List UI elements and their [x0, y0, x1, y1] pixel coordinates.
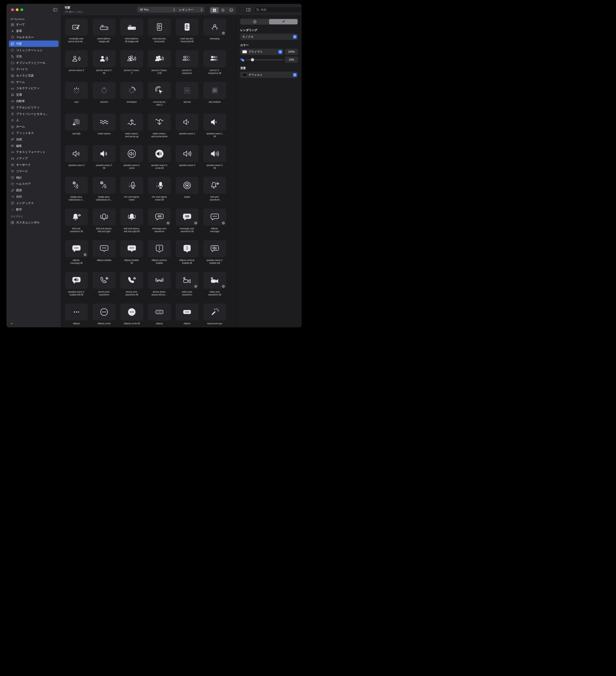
- symbol-cell[interactable]: speaker.wave.2.bubble.left.fill: [65, 272, 88, 296]
- symbol-tile[interactable]: [65, 272, 88, 289]
- symbol-tile[interactable]: [93, 240, 116, 257]
- background-select[interactable]: デフォルト: [240, 72, 298, 78]
- symbol-cell[interactable]: ellipsis.bubble.fill: [120, 240, 143, 265]
- symbol-cell[interactable]: speaker.wave.3: [176, 145, 198, 170]
- symbol-cell[interactable]: person.wave.2: [65, 50, 88, 74]
- symbol-tile[interactable]: i: [148, 209, 171, 226]
- sidebar-item[interactable]: カスタムシンボル: [9, 219, 59, 226]
- symbol-tile[interactable]: [120, 114, 143, 130]
- symbol-tile[interactable]: [176, 18, 198, 36]
- symbol-tile[interactable]: [148, 272, 171, 289]
- symbol-cell[interactable]: chart.bar.doc.horizontal.fill: [176, 18, 198, 43]
- search-input[interactable]: [260, 8, 301, 11]
- sidebar-toggle-button[interactable]: [53, 8, 57, 11]
- sidebar-item[interactable]: コネクティビティ: [9, 85, 59, 92]
- sidebar-item[interactable]: 天気: [9, 53, 59, 60]
- weight-select[interactable]: レギュラー: [177, 7, 204, 13]
- sidebar-item[interactable]: 可変: [9, 41, 59, 47]
- sidebar-item[interactable]: 交通: [9, 92, 59, 98]
- symbol-cell[interactable]: ellipsis.bubble: [93, 240, 116, 265]
- sidebar-item[interactable]: 人: [9, 117, 59, 123]
- symbol-tile[interactable]: [93, 50, 116, 67]
- symbol-tile[interactable]: i: [203, 18, 226, 36]
- symbol-tile[interactable]: [176, 50, 198, 67]
- symbol-tile[interactable]: [148, 18, 171, 36]
- symbol-tile[interactable]: [176, 240, 198, 257]
- symbol-cell[interactable]: speaker.wave.2.circle: [120, 145, 143, 170]
- symbol-tile[interactable]: [120, 177, 143, 194]
- symbol-cell[interactable]: speaker.wave.2.bubble.left: [203, 240, 226, 265]
- sidebar-item[interactable]: 自動車: [9, 98, 59, 105]
- symbol-tile[interactable]: [65, 50, 88, 67]
- symbol-tile[interactable]: [176, 82, 198, 99]
- symbol-cell[interactable]: bell.and.waves.left.and.right.fill: [120, 209, 143, 233]
- sidebar-item[interactable]: キーボード: [9, 162, 59, 168]
- sidebar-item[interactable]: 数学: [9, 206, 59, 213]
- sidebar-item[interactable]: マルチカラー: [9, 34, 59, 41]
- symbol-tile[interactable]: [120, 145, 143, 162]
- symbol-tile[interactable]: [93, 303, 116, 321]
- symbol-cell[interactable]: badge.plus.radiowaves.ri…: [65, 177, 88, 201]
- symbol-cell[interactable]: aqi.high: [65, 114, 88, 138]
- symbol-tile[interactable]: [148, 303, 171, 321]
- symbol-tile[interactable]: [93, 18, 116, 36]
- close-button[interactable]: [11, 8, 14, 11]
- symbol-cell[interactable]: aqi.low: [176, 82, 198, 106]
- symbol-cell[interactable]: person.wave.2.fill: [93, 50, 116, 74]
- sidebar-item[interactable]: ゲーム: [9, 79, 59, 85]
- sidebar-item[interactable]: フィットネス: [9, 130, 59, 136]
- symbol-tile[interactable]: i: [65, 240, 88, 257]
- tab-style[interactable]: [269, 19, 298, 24]
- symbol-cell[interactable]: person.2.wave.2.fill: [148, 50, 171, 74]
- zoom-button[interactable]: [20, 8, 23, 11]
- sidebar-item[interactable]: コミュニケーション: [9, 47, 59, 53]
- symbol-tile[interactable]: [203, 50, 226, 67]
- symbol-cell[interactable]: aqi.medium: [203, 82, 226, 106]
- symbol-cell[interactable]: rectangle.and.pencil.and.elli…: [65, 18, 88, 43]
- symbol-cell[interactable]: person.3.sequence.fill: [203, 50, 226, 74]
- symbol-tile[interactable]: [148, 145, 171, 162]
- sidebar-item[interactable]: ホーム: [9, 123, 59, 130]
- symbol-tile[interactable]: [65, 114, 88, 130]
- sidebar-item[interactable]: 自然: [9, 136, 59, 143]
- symbol-tile[interactable]: [93, 272, 116, 289]
- color-opacity-field[interactable]: 100%: [285, 49, 298, 55]
- symbol-cell[interactable]: iellipsis.message.fill: [65, 240, 88, 265]
- info-badge[interactable]: i: [222, 32, 225, 35]
- view-grid-button[interactable]: [210, 7, 219, 13]
- font-select[interactable]: SF Pro: [137, 7, 177, 13]
- view-gallery-button[interactable]: [227, 7, 235, 13]
- symbol-tile[interactable]: [120, 18, 143, 36]
- symbol-cell[interactable]: ivideo.and.waveform: [176, 272, 198, 296]
- inspector-toggle-button[interactable]: [245, 7, 252, 13]
- symbol-cell[interactable]: timelapse: [120, 82, 143, 106]
- symbol-tile[interactable]: [120, 82, 143, 99]
- sidebar-item[interactable]: メディア: [9, 155, 59, 162]
- symbol-tile[interactable]: [203, 145, 226, 162]
- symbol-tile[interactable]: [120, 209, 143, 226]
- symbol-cell[interactable]: speaker.wave.3.fill: [203, 145, 226, 170]
- sidebar-item[interactable]: アクセシビリティ: [9, 104, 59, 111]
- info-badge[interactable]: i: [167, 222, 170, 224]
- minimize-button[interactable]: [16, 8, 18, 11]
- tab-info[interactable]: [241, 19, 269, 24]
- add-symbol-button[interactable]: +: [11, 321, 13, 326]
- sidebar-item[interactable]: 矢印: [9, 194, 59, 200]
- view-list-button[interactable]: [219, 7, 227, 13]
- symbol-tile[interactable]: [65, 145, 88, 162]
- symbol-tile[interactable]: [65, 303, 88, 321]
- symbol-tile[interactable]: [148, 240, 171, 257]
- symbol-tile[interactable]: [203, 82, 226, 99]
- sidebar-item[interactable]: テキストフォーマット: [9, 149, 59, 155]
- symbol-tile[interactable]: [93, 177, 116, 194]
- sidebar-item[interactable]: カメラと写真: [9, 72, 59, 79]
- symbol-tile[interactable]: [148, 114, 171, 130]
- sidebar-item[interactable]: デバイス: [9, 66, 59, 73]
- symbol-tile[interactable]: [203, 114, 226, 130]
- symbol-tile[interactable]: i: [203, 209, 226, 226]
- info-badge[interactable]: i: [194, 285, 197, 288]
- symbol-tile[interactable]: i: [203, 272, 226, 289]
- symbol-cell[interactable]: mic.and.signal.meter.fill: [148, 177, 171, 201]
- symbol-cell[interactable]: ellipsis.circle: [93, 303, 116, 325]
- symbol-tile[interactable]: [120, 303, 143, 321]
